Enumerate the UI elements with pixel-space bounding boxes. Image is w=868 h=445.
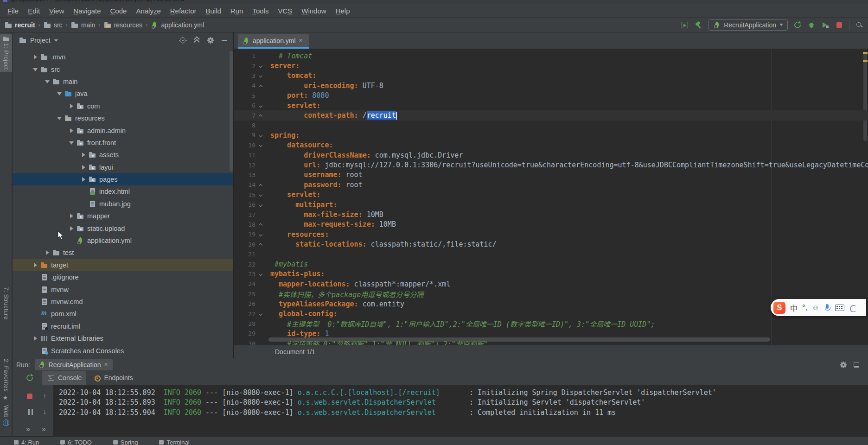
tree-right-arrow-icon[interactable] bbox=[81, 153, 86, 157]
run-configuration-select[interactable]: RecruitApplication bbox=[708, 19, 788, 31]
tree-item-application-yml[interactable]: application.yml bbox=[13, 235, 233, 247]
fold-marker-icon[interactable] bbox=[255, 134, 266, 137]
console-output[interactable]: 2022-10-04 18:12:55.892 INFO 2060 --- [n… bbox=[53, 385, 868, 436]
editor-line-1[interactable]: 1 # Tomcat bbox=[234, 51, 868, 61]
hide-panel-icon[interactable] bbox=[220, 36, 229, 44]
tree-right-arrow-icon[interactable] bbox=[69, 128, 74, 133]
editor-line-18[interactable]: 18 max-request-size: 10MB bbox=[234, 220, 868, 229]
tree-item-src[interactable]: src bbox=[13, 63, 233, 75]
editor-line-11[interactable]: 11 driverClassName: com.mysql.jdbc.Drive… bbox=[234, 150, 868, 160]
tree-item-java[interactable]: java bbox=[13, 88, 233, 100]
menu-file[interactable]: File bbox=[3, 7, 23, 15]
tree-right-arrow-icon[interactable] bbox=[33, 263, 38, 267]
editor-line-23[interactable]: 23mybatis-plus: bbox=[234, 269, 868, 279]
tree-item-com[interactable]: com bbox=[13, 100, 233, 112]
tree-down-arrow-icon[interactable] bbox=[57, 91, 62, 96]
tree-right-arrow-icon[interactable] bbox=[69, 214, 74, 218]
sidebar-item-structure[interactable]: 7: Structure bbox=[0, 285, 12, 322]
tree-right-arrow-icon[interactable] bbox=[45, 250, 50, 255]
down-stack-trace-icon[interactable] bbox=[41, 408, 50, 416]
fold-marker-icon[interactable] bbox=[255, 183, 266, 187]
microphone-icon[interactable] bbox=[824, 304, 830, 312]
tree-item-layui[interactable]: layui bbox=[13, 161, 233, 173]
editor-line-8[interactable]: 8 bbox=[234, 121, 868, 130]
tree-item-mvnw-cmd[interactable]: mvnw.cmd bbox=[13, 296, 233, 308]
tree-item-admin-admin[interactable]: admin.admin bbox=[13, 124, 233, 136]
menu-run[interactable]: Run bbox=[226, 7, 248, 15]
editor-line-25[interactable]: 25 #实体扫描，多个package用逗号或者分号分隔 bbox=[234, 289, 868, 299]
stop-icon[interactable] bbox=[26, 392, 34, 400]
editor-line-30[interactable]: 30 #字段策略 0:"忽略判断",1:"非 NULL 判断"),2:"非空判断… bbox=[234, 339, 868, 345]
run-configuration-tab[interactable]: RecruitApplication bbox=[35, 359, 113, 370]
tree-item-recruit-iml[interactable]: recruit.iml bbox=[13, 320, 233, 332]
expand-chevrons-icon[interactable] bbox=[40, 426, 49, 434]
collapse-all-icon[interactable] bbox=[192, 36, 201, 44]
run-settings-icon[interactable] bbox=[839, 361, 848, 369]
statusbar-item-4-run[interactable]: 4: Run bbox=[14, 439, 39, 445]
tree-item-external-libraries[interactable]: External Libraries bbox=[13, 332, 233, 344]
ime-punctuation-icon[interactable]: °, bbox=[802, 304, 807, 312]
ime-lang-icon[interactable]: 中 bbox=[790, 302, 798, 313]
close-run-tab-icon[interactable] bbox=[103, 362, 109, 368]
breadcrumb-src[interactable]: src bbox=[44, 21, 63, 29]
tree-item-mvnw[interactable]: mvnw bbox=[13, 283, 233, 295]
editor-line-17[interactable]: 17 max-file-size: 10MB bbox=[234, 210, 868, 219]
menu-help[interactable]: Help bbox=[331, 7, 355, 15]
run-icon[interactable] bbox=[793, 21, 802, 29]
statusbar-item-terminal[interactable]: Terminal bbox=[159, 439, 189, 445]
fold-marker-icon[interactable] bbox=[255, 193, 266, 196]
fold-marker-icon[interactable] bbox=[255, 273, 266, 275]
tree-right-arrow-icon[interactable] bbox=[33, 55, 38, 59]
locate-file-icon[interactable] bbox=[179, 36, 187, 44]
build-icon[interactable] bbox=[695, 21, 703, 29]
tree-down-arrow-icon[interactable] bbox=[57, 116, 62, 121]
editor-line-12[interactable]: 12 url: jdbc:mysql://127.0.0.1:3306/recr… bbox=[234, 160, 868, 170]
tree-item-test[interactable]: test bbox=[13, 247, 233, 259]
fold-marker-icon[interactable] bbox=[255, 242, 266, 247]
breadcrumb-resources[interactable]: resources bbox=[104, 21, 142, 29]
editor-line-13[interactable]: 13 username: root bbox=[234, 170, 868, 180]
editor-line-10[interactable]: 10 datasource: bbox=[234, 140, 868, 150]
editor-line-6[interactable]: 6 servlet: bbox=[234, 101, 868, 110]
editor-line-29[interactable]: 29 id-type: 1 bbox=[234, 329, 868, 338]
tree-item--gitignore[interactable]: .gitignore bbox=[13, 271, 233, 283]
fold-marker-icon[interactable] bbox=[255, 312, 266, 315]
code-editor[interactable]: 1 # Tomcat2server:3 tomcat:4 uri-encodin… bbox=[234, 49, 868, 345]
editor-line-9[interactable]: 9spring: bbox=[234, 130, 868, 140]
tree-right-arrow-icon[interactable] bbox=[81, 165, 86, 170]
fold-marker-icon[interactable] bbox=[255, 83, 266, 88]
tree-item--mvn[interactable]: .mvn bbox=[13, 51, 233, 63]
tree-down-arrow-icon[interactable] bbox=[33, 67, 38, 72]
tree-item-front-front[interactable]: front.front bbox=[13, 137, 233, 149]
search-everywhere-icon[interactable] bbox=[855, 21, 863, 29]
tab-application-yml[interactable]: application.yml bbox=[238, 34, 309, 49]
fold-marker-icon[interactable] bbox=[255, 104, 266, 107]
fold-marker-icon[interactable] bbox=[255, 74, 266, 77]
pause-output-icon[interactable] bbox=[26, 408, 35, 416]
keyboard-icon[interactable] bbox=[835, 305, 844, 311]
sidebar-item-favorites[interactable]: 2: Favorites bbox=[0, 357, 12, 402]
tree-item-muban-jpg[interactable]: muban.jpg bbox=[13, 198, 233, 210]
menu-edit[interactable]: Edit bbox=[23, 7, 45, 15]
tree-item-target[interactable]: target bbox=[13, 259, 233, 271]
expand-chevrons-icon[interactable] bbox=[25, 426, 33, 434]
tree-down-arrow-icon[interactable] bbox=[69, 140, 74, 145]
tree-item-static-upload[interactable]: static.upload bbox=[13, 222, 233, 234]
tree-item-pages[interactable]: pages bbox=[13, 173, 233, 185]
editor-line-28[interactable]: 28 #主键类型 0:"数据库ID自增", 1:"用户输入ID",2:"全局唯一… bbox=[234, 319, 868, 329]
editor-line-19[interactable]: 19 resources: bbox=[234, 229, 868, 239]
emoji-icon[interactable]: ☺ bbox=[812, 304, 819, 312]
tree-item-scratches-and-consoles[interactable]: Scratches and Consoles bbox=[13, 344, 233, 356]
menu-code[interactable]: Code bbox=[106, 7, 132, 15]
tree-right-arrow-icon[interactable] bbox=[69, 104, 74, 108]
tree-item-pom-xml[interactable]: pom.xml bbox=[13, 308, 233, 320]
tree-right-arrow-icon[interactable] bbox=[33, 336, 38, 341]
fold-marker-icon[interactable] bbox=[255, 233, 266, 236]
sidebar-item-web[interactable]: Web bbox=[0, 403, 12, 428]
show-preview-icon[interactable] bbox=[681, 21, 689, 29]
tree-item-assets[interactable]: assets bbox=[13, 149, 233, 161]
tree-right-arrow-icon[interactable] bbox=[69, 226, 74, 231]
rerun-icon[interactable] bbox=[26, 374, 34, 382]
debug-icon[interactable] bbox=[807, 21, 816, 29]
ime-more-icon[interactable] bbox=[849, 304, 855, 312]
